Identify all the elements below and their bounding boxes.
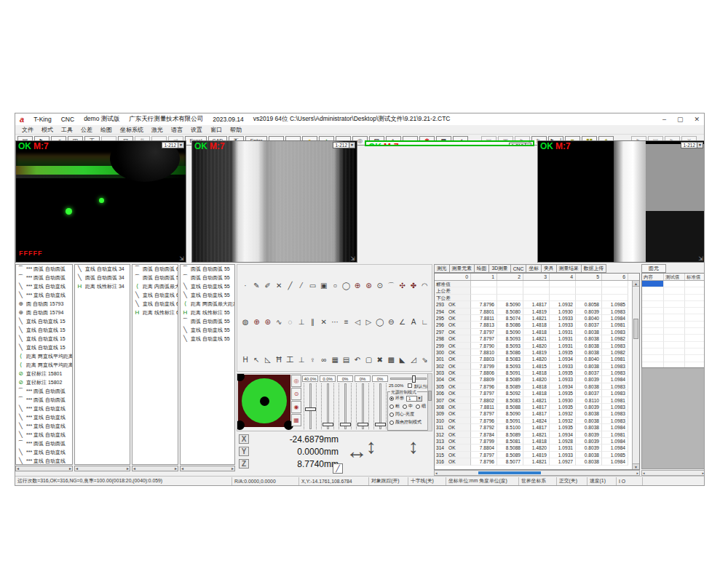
list-item[interactable]: H距离 线性标注 66 bbox=[132, 308, 178, 317]
list-item[interactable]: ⊘直径标注 15802 bbox=[16, 378, 72, 387]
tool-pick-edge-icon[interactable]: ✎ bbox=[251, 281, 261, 291]
tool-grid-calc-icon[interactable]: ▦ bbox=[330, 355, 340, 365]
table-cell[interactable] bbox=[664, 322, 685, 328]
tool-angle-icon[interactable]: ∠ bbox=[397, 317, 408, 327]
table-row[interactable]: 306OK7.87978.50921.48181.09350.80371.098… bbox=[435, 390, 639, 396]
table-cell[interactable]: 0.8038 bbox=[576, 458, 602, 465]
table-cell[interactable]: 8.5092 bbox=[497, 390, 523, 396]
tab-5[interactable]: CNC bbox=[511, 264, 527, 273]
row-label-cell[interactable]: 311OK bbox=[435, 424, 471, 431]
tool-circle-cross-icon[interactable]: ⊕ bbox=[352, 281, 363, 291]
light-panel-scrollbar[interactable] bbox=[427, 374, 432, 431]
table-cell[interactable]: 7.8799 bbox=[471, 363, 497, 370]
table-cell[interactable] bbox=[664, 287, 685, 294]
light-slider-1[interactable]: 40.0% bbox=[302, 375, 318, 431]
row-label-cell[interactable]: 304OK bbox=[435, 376, 471, 383]
tool-table-grid-icon[interactable]: ▩ bbox=[386, 355, 396, 365]
table-cell[interactable]: 1.0932 bbox=[550, 418, 576, 424]
menu-item-1[interactable]: 文件 bbox=[22, 126, 33, 134]
table-cell[interactable] bbox=[664, 355, 685, 362]
scroll-left-icon[interactable]: ◂ bbox=[642, 471, 645, 475]
table-cell[interactable]: 7.8790 bbox=[471, 343, 497, 349]
row-label-cell[interactable]: 302OK bbox=[435, 363, 471, 370]
tool-resize-icon[interactable]: ⇘ bbox=[419, 355, 430, 365]
table-cell[interactable]: 7.8799 bbox=[471, 438, 497, 445]
table-cell[interactable]: 1.4824 bbox=[523, 418, 550, 424]
table-row[interactable]: 297OK7.87978.50901.48181.09310.80381.098… bbox=[435, 329, 639, 335]
table-cell[interactable]: 1.4818 bbox=[523, 370, 550, 376]
table-cell[interactable]: 0.8039 bbox=[576, 445, 602, 451]
table-cell[interactable]: 1.0984 bbox=[602, 376, 628, 383]
row-label-cell[interactable]: 312OK bbox=[435, 431, 471, 438]
tool-dist-width-icon[interactable]: Ħ bbox=[274, 355, 284, 365]
row-label-cell[interactable]: 上公差 bbox=[435, 287, 471, 294]
table-cell[interactable]: 7.8796 bbox=[471, 458, 497, 465]
table-cell[interactable]: 0.8038 bbox=[576, 424, 602, 431]
scroll-left-icon[interactable]: ◂ bbox=[133, 466, 135, 471]
table-cell[interactable]: 1.4821 bbox=[523, 431, 550, 438]
tool-circle-c-icon[interactable]: ◯ bbox=[375, 317, 385, 327]
results-horizontal-scrollbar[interactable]: ◂ ▸ bbox=[434, 470, 640, 476]
scroll-up-icon[interactable]: ▲ bbox=[633, 281, 639, 287]
table-cell[interactable] bbox=[685, 348, 705, 355]
resize-handle-icon[interactable]: ⇲ bbox=[526, 140, 531, 145]
tool-delete-icon[interactable]: ✖ bbox=[375, 355, 385, 365]
table-cell[interactable]: 1.0935 bbox=[550, 390, 576, 396]
table-row[interactable]: 293OK7.87968.50901.48171.09320.80581.098… bbox=[435, 301, 639, 308]
list-item[interactable]: ⊘直径标注 15801 bbox=[16, 370, 72, 378]
table-cell[interactable]: 7.8796 bbox=[471, 301, 497, 308]
tool-symmetry-icon[interactable]: ♀ bbox=[307, 355, 317, 365]
table-cell[interactable]: 1.4818 bbox=[523, 322, 550, 328]
tool-circle-plus-icon[interactable]: ✤ bbox=[408, 281, 419, 291]
table-cell[interactable]: 0.8058 bbox=[576, 301, 602, 308]
table-cell[interactable]: 1.0930 bbox=[550, 308, 576, 315]
tool-dist-corner-icon[interactable]: ◺ bbox=[263, 355, 273, 365]
table-cell[interactable]: 7.8784 bbox=[471, 431, 497, 438]
row-label-cell[interactable]: 300OK bbox=[435, 349, 471, 356]
table-cell[interactable]: 1.0984 bbox=[602, 445, 628, 451]
table-cell[interactable]: 0.8038 bbox=[576, 343, 602, 349]
camera-range-dropdown[interactable]: 1-212▼ bbox=[681, 142, 703, 148]
minimize-button[interactable]: – bbox=[662, 116, 666, 123]
table-cell[interactable]: 1.0983 bbox=[602, 410, 628, 417]
table-cell[interactable]: 0.8038 bbox=[576, 383, 602, 390]
table-cell[interactable]: 1.0927 bbox=[550, 458, 576, 465]
list-item[interactable]: ╲*** 直线 自动直线 bbox=[16, 282, 72, 291]
table-cell[interactable] bbox=[685, 335, 705, 341]
table-row[interactable]: 311OK7.87928.51001.48171.09350.80381.098… bbox=[435, 424, 639, 431]
list-item[interactable]: ⌒圆弧 自动圆弧 66 bbox=[132, 265, 178, 274]
table-cell[interactable]: 8.5077 bbox=[497, 458, 523, 465]
list-item[interactable]: ╲*** 直线 自动直线 bbox=[16, 448, 72, 457]
table-cell[interactable]: 1.4821 bbox=[523, 458, 550, 465]
table-row[interactable]: 314OK7.88048.50881.48201.09310.80391.098… bbox=[435, 445, 639, 451]
radio-off-icon[interactable] bbox=[389, 404, 394, 409]
tab-6[interactable]: 坐标 bbox=[526, 264, 542, 273]
table-cell[interactable]: 0.8039 bbox=[576, 431, 602, 438]
list-item[interactable] bbox=[642, 342, 705, 348]
table-cell[interactable] bbox=[642, 301, 664, 308]
table-cell[interactable] bbox=[550, 295, 576, 301]
list-item[interactable] bbox=[642, 335, 705, 341]
column-header[interactable]: 5 bbox=[576, 274, 602, 280]
table-cell[interactable]: 1.0931 bbox=[550, 329, 576, 335]
table-cell[interactable] bbox=[642, 308, 664, 314]
table-cell[interactable]: 1.0983 bbox=[602, 363, 628, 370]
tool-perpendicular-icon[interactable]: ⊥ bbox=[296, 317, 306, 327]
table-cell[interactable]: 8.5091 bbox=[497, 370, 523, 376]
table-cell[interactable] bbox=[642, 348, 664, 355]
ring-inner-button[interactable]: ◉ bbox=[291, 401, 301, 413]
table-cell[interactable]: 1.4818 bbox=[523, 438, 550, 445]
light-slider-track[interactable] bbox=[339, 383, 352, 429]
tool-pick-edge-2-icon[interactable]: ✐ bbox=[263, 281, 273, 291]
table-cell[interactable]: 1.0983 bbox=[602, 383, 628, 390]
table-cell[interactable]: 1.4817 bbox=[523, 424, 550, 431]
column-header[interactable]: 内容 bbox=[642, 274, 664, 280]
tool-circle-2-icon[interactable]: ◯ bbox=[341, 281, 352, 291]
menu-item-9[interactable]: 设置 bbox=[191, 126, 202, 134]
menu-item-7[interactable]: 激光 bbox=[151, 126, 163, 134]
tool-dist-base-icon[interactable]: ⊥ bbox=[296, 355, 306, 365]
table-cell[interactable]: 1.0983 bbox=[602, 390, 628, 396]
table-cell[interactable]: 1.4821 bbox=[523, 315, 550, 322]
row-label-cell[interactable]: 310OK bbox=[435, 418, 471, 424]
tolerance-row[interactable]: 下公差 bbox=[435, 295, 639, 301]
